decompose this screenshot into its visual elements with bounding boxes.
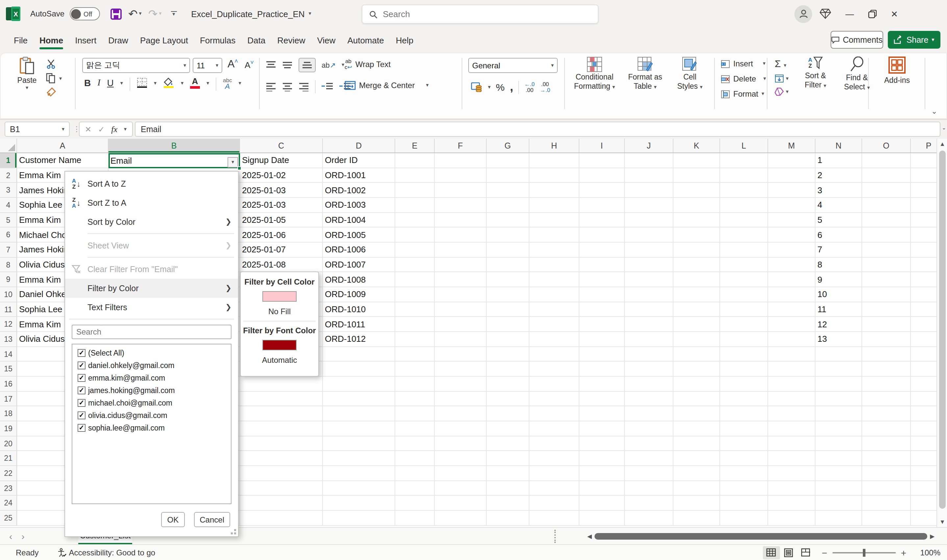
cell-H15[interactable] <box>530 362 579 377</box>
row-header-12[interactable]: 12 <box>0 317 17 332</box>
cell-H9[interactable] <box>530 272 579 287</box>
cell-C1[interactable]: Signup Date <box>240 153 323 168</box>
borders-chevron-icon[interactable]: ▾ <box>154 81 157 86</box>
cell-J4[interactable] <box>625 198 673 212</box>
cell-O9[interactable] <box>862 272 911 287</box>
cell-H20[interactable] <box>530 437 579 451</box>
cell-O2[interactable] <box>862 168 911 183</box>
accounting-format-button[interactable] <box>471 82 483 92</box>
cell-N7[interactable]: 7 <box>816 243 862 257</box>
cell-O5[interactable] <box>862 212 911 228</box>
formula-bar-expand-icon[interactable]: ⌄ <box>942 126 946 131</box>
cell-C5[interactable]: 2025-01-05 <box>240 212 323 228</box>
cell-K7[interactable] <box>673 243 720 257</box>
cell-J16[interactable] <box>625 377 673 391</box>
checkbox-checked-icon[interactable]: ✓ <box>78 374 86 382</box>
cell-K16[interactable] <box>673 377 720 391</box>
cell-J5[interactable] <box>625 212 673 228</box>
row-header-2[interactable]: 2 <box>0 168 17 183</box>
cell-E8[interactable] <box>395 257 435 272</box>
cell-D7[interactable]: ORD-1006 <box>323 243 395 257</box>
row-header-24[interactable]: 24 <box>0 496 17 511</box>
cell-D6[interactable]: ORD-1005 <box>323 228 395 243</box>
cell-F19[interactable] <box>435 421 487 436</box>
cell-C4[interactable]: 2025-01-03 <box>240 198 323 212</box>
cell-J15[interactable] <box>625 362 673 377</box>
cell-L16[interactable] <box>720 377 768 391</box>
cell-L1[interactable] <box>720 153 768 168</box>
row-header-5[interactable]: 5 <box>0 212 17 228</box>
cell-N5[interactable]: 5 <box>816 212 862 228</box>
premium-diamond-icon[interactable] <box>812 0 839 28</box>
font-name-select[interactable]: 맑은 고딕▾ <box>82 58 190 73</box>
scrollbar-divider[interactable] <box>554 530 556 543</box>
cell-N8[interactable]: 8 <box>816 257 862 272</box>
cell-N25[interactable] <box>816 511 862 526</box>
checkbox-checked-icon[interactable]: ✓ <box>78 411 86 419</box>
format-as-table-button[interactable]: Format asTable ▾ <box>622 57 668 91</box>
cell-L20[interactable] <box>720 437 768 451</box>
cell-M20[interactable] <box>768 437 816 451</box>
filter-list-item-1[interactable]: ✓daniel.ohkely@gmail.com <box>74 359 229 371</box>
cell-J13[interactable] <box>625 332 673 347</box>
filter-list-item-0[interactable]: ✓(Select All) <box>74 346 229 359</box>
cancel-button[interactable]: Cancel <box>194 512 230 527</box>
cell-K18[interactable] <box>673 406 720 421</box>
cell-L12[interactable] <box>720 317 768 332</box>
cell-G3[interactable] <box>487 183 530 198</box>
clear-button[interactable]: ▾ <box>775 88 788 96</box>
cell-H6[interactable] <box>530 228 579 243</box>
close-button[interactable]: ✕ <box>883 0 905 28</box>
fill-color-button[interactable] <box>163 78 174 88</box>
cell-J19[interactable] <box>625 421 673 436</box>
column-header-k[interactable]: K <box>673 139 720 152</box>
scroll-down-icon[interactable]: ▼ <box>937 518 947 525</box>
font-color-chevron-icon[interactable]: ▾ <box>206 81 209 86</box>
cell-G14[interactable] <box>487 347 530 362</box>
undo-icon[interactable]: ↶ <box>128 7 138 21</box>
cell-G12[interactable] <box>487 317 530 332</box>
cell-N15[interactable] <box>816 362 862 377</box>
cell-F12[interactable] <box>435 317 487 332</box>
row-header-13[interactable]: 13 <box>0 332 17 347</box>
cell-O13[interactable] <box>862 332 911 347</box>
cell-D9[interactable]: ORD-1008 <box>323 272 395 287</box>
column-header-m[interactable]: M <box>768 139 816 152</box>
copy-button[interactable] <box>46 73 55 83</box>
cell-L5[interactable] <box>720 212 768 228</box>
cell-K19[interactable] <box>673 421 720 436</box>
cell-C19[interactable] <box>240 421 323 436</box>
cell-M6[interactable] <box>768 228 816 243</box>
filter-list-item-5[interactable]: ✓olivia.cidus@gmail.com <box>74 409 229 421</box>
menu-item-sort-a-z[interactable]: AZ↓ Sort A to Z <box>65 174 238 193</box>
column-header-l[interactable]: L <box>720 139 768 152</box>
tab-review[interactable]: Review <box>271 30 311 50</box>
cell-C17[interactable] <box>240 392 323 406</box>
cell-D25[interactable] <box>323 511 395 526</box>
cell-K10[interactable] <box>673 287 720 302</box>
column-header-n[interactable]: N <box>816 139 862 152</box>
share-button[interactable]: Share ▾ <box>888 31 941 49</box>
cell-H24[interactable] <box>530 496 579 511</box>
cell-E6[interactable] <box>395 228 435 243</box>
checkbox-checked-icon[interactable]: ✓ <box>78 361 86 369</box>
cell-F21[interactable] <box>435 451 487 466</box>
cell-E9[interactable] <box>395 272 435 287</box>
orientation-chevron-icon[interactable]: ▾ <box>342 62 344 68</box>
cell-E13[interactable] <box>395 332 435 347</box>
cell-K9[interactable] <box>673 272 720 287</box>
cell-E24[interactable] <box>395 496 435 511</box>
select-all-corner[interactable] <box>0 139 17 152</box>
column-header-e[interactable]: E <box>395 139 435 152</box>
cell-color-swatch[interactable] <box>262 291 297 302</box>
cell-O17[interactable] <box>862 392 911 406</box>
cell-G9[interactable] <box>487 272 530 287</box>
decrease-decimal-button[interactable]: .00→.0 <box>540 81 550 93</box>
cell-M4[interactable] <box>768 198 816 212</box>
cell-K2[interactable] <box>673 168 720 183</box>
cell-M8[interactable] <box>768 257 816 272</box>
cell-H18[interactable] <box>530 406 579 421</box>
cell-B1[interactable]: Email <box>108 153 240 168</box>
cell-M15[interactable] <box>768 362 816 377</box>
cell-F15[interactable] <box>435 362 487 377</box>
